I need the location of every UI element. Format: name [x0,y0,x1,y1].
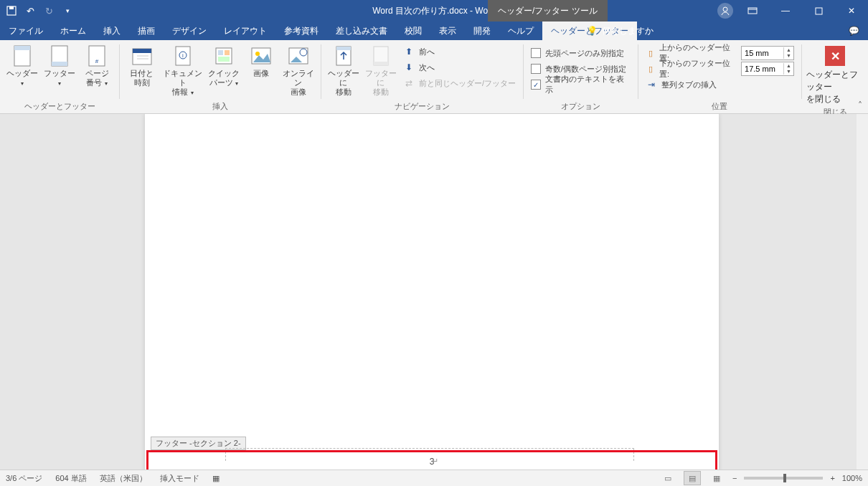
page-number-button[interactable]: # ページ 番号 ▾ [79,43,115,88]
close-button[interactable]: ✕ [835,0,868,22]
arrow-down-icon: ⬇ [403,62,415,73]
close-header-footer-button[interactable]: ✕ ヘッダーとフッター を閉じる [806,43,864,105]
svg-point-2 [723,7,727,11]
tab-home[interactable]: ホーム [52,22,95,40]
tab-insert[interactable]: 挿入 [95,22,129,40]
highlight-box [146,450,717,470]
header-pos-value[interactable] [742,49,783,57]
svg-rect-30 [374,62,388,65]
zoom-in-button[interactable]: + [830,474,834,482]
lightbulb-icon: 💡 [587,26,598,36]
ribbon: ヘッダー▾ フッター▾ # ページ 番号 ▾ ヘッダーとフッター 日付と 時刻 … [0,40,868,114]
tab-review[interactable]: 校閲 [396,22,430,40]
svg-rect-7 [14,46,30,50]
goto-footer-label: フッターに 移動 [363,69,399,97]
tab-layout[interactable]: レイアウト [215,22,275,40]
first-page-different-checkbox[interactable]: 先頭ページのみ別指定 [531,46,631,60]
goto-footer-button: フッターに 移動 [363,43,399,97]
tab-mailings[interactable]: 差し込み文書 [327,22,396,40]
header-position-input[interactable]: ▲▼ [741,46,794,60]
odd-even-label: 奇数/偶数ページ別指定 [545,64,626,75]
macro-icon[interactable]: ▦ [212,474,220,483]
quickparts-button[interactable]: クイック パーツ ▾ [206,43,242,88]
header-button[interactable]: ヘッダー▾ [4,43,40,88]
tab-references[interactable]: 参考資料 [275,22,327,40]
save-icon[interactable] [6,5,17,16]
footer-pos-label: 下からのフッター位置: [659,58,738,80]
datetime-button[interactable]: 日付と 時刻 [124,43,160,87]
window-controls: ― ✕ [714,0,868,22]
status-bar: 3/6 ページ 604 単語 英語（米国） 挿入モード ▦ ▭ ▤ ▦ − + … [0,470,868,486]
group-header-footer: ヘッダー▾ フッター▾ # ページ 番号 ▾ ヘッダーとフッター [0,40,119,113]
image-button[interactable]: 画像 [243,43,279,78]
tab-file[interactable]: ファイル [0,22,52,40]
checkbox-icon [531,64,541,74]
vertical-scrollbar[interactable] [857,114,868,470]
align-tab-label: 整列タブの挿入 [661,80,717,90]
ruler-guide [225,448,634,449]
previous-button[interactable]: ⬆前へ [403,44,516,59]
header-label: ヘッダー [6,69,38,77]
footer-label: フッター [44,69,75,77]
maximize-button[interactable] [802,0,835,22]
page[interactable]: フッター -セクション 2- 3 ↵ ↵ [145,114,719,470]
footer-icon [48,44,71,67]
zoom-slider[interactable] [744,477,823,480]
qat-more-icon[interactable]: ▾ [62,5,73,16]
print-layout-icon[interactable]: ▤ [684,471,701,485]
ribbon-display-icon[interactable] [736,0,769,22]
close-label: ヘッダーとフッター を閉じる [806,69,864,105]
undo-icon[interactable]: ↶ [24,5,36,16]
svg-rect-5 [816,8,822,14]
collapse-ribbon-icon[interactable]: ˄ [858,100,862,110]
spin-down-icon[interactable]: ▼ [783,69,793,75]
checkbox-icon [531,48,541,58]
footer-button[interactable]: フッター▾ [42,43,77,88]
redo-icon[interactable]: ↻ [43,5,55,16]
group-label: 位置 [643,100,797,113]
tell-me[interactable]: 💡 何をしますか [587,22,654,40]
show-text-checkbox[interactable]: ✓文書内のテキストを表示 [531,77,631,92]
online-image-icon [287,44,310,67]
group-navigation: ヘッダーに 移動 フッターに 移動 ⬆前へ ⬇次へ ⇄前と同じヘッダー/フッター… [321,40,523,113]
image-icon [250,44,273,67]
tab-developer[interactable]: 開発 [465,22,499,40]
ribbon-tabs: ファイル ホーム 挿入 描画 デザイン レイアウト 参考資料 差し込み文書 校閲… [0,22,868,40]
header-icon [11,44,34,67]
insert-mode[interactable]: 挿入モード [160,473,199,484]
docinfo-button[interactable]: i ドキュメント 情報 ▾ [161,43,204,97]
footer-position-input[interactable]: ▲▼ [741,62,794,76]
goto-header-button[interactable]: ヘッダーに 移動 [326,43,362,97]
minimize-button[interactable]: ― [769,0,802,22]
first-page-label: 先頭ページのみ別指定 [545,48,624,59]
account-button[interactable] [714,0,736,22]
tab-draw[interactable]: 描画 [129,22,164,40]
web-layout-icon[interactable]: ▦ [708,471,725,485]
zoom-level[interactable]: 100% [842,474,862,482]
goto-header-icon [332,44,355,67]
word-count[interactable]: 604 単語 [55,473,86,484]
image-label: 画像 [253,69,269,78]
page-indicator[interactable]: 3/6 ページ [6,473,42,484]
spin-up-icon[interactable]: ▲ [783,63,793,69]
zoom-thumb[interactable] [783,474,786,482]
read-mode-icon[interactable]: ▭ [659,471,676,485]
group-insert: 日付と 時刻 i ドキュメント 情報 ▾ クイック パーツ ▾ 画像 オンライン… [120,40,321,113]
group-position: ▯ 上からのヘッダー位置: ▲▼ ▯ 下からのフッター位置: ▲▼ ⇥整列タブの… [638,40,801,113]
goto-header-label: ヘッダーに 移動 [326,69,362,97]
comments-icon[interactable]: 💬 [849,22,859,40]
tab-view[interactable]: 表示 [430,22,465,40]
spin-down-icon[interactable]: ▼ [783,53,793,59]
svg-rect-1 [9,6,14,9]
next-button[interactable]: ⬇次へ [403,60,516,75]
prev-label: 前へ [419,47,435,57]
language-indicator[interactable]: 英語（米国） [100,473,147,484]
footer-pos-value[interactable] [742,65,783,73]
online-image-button[interactable]: オンライン 画像 [280,43,316,97]
tab-help[interactable]: ヘルプ [499,22,542,40]
align-tab-button[interactable]: ⇥整列タブの挿入 [646,77,794,92]
spin-up-icon[interactable]: ▲ [783,47,793,53]
zoom-out-button[interactable]: − [732,474,737,482]
tab-design[interactable]: デザイン [164,22,215,40]
calendar-icon [131,44,154,67]
